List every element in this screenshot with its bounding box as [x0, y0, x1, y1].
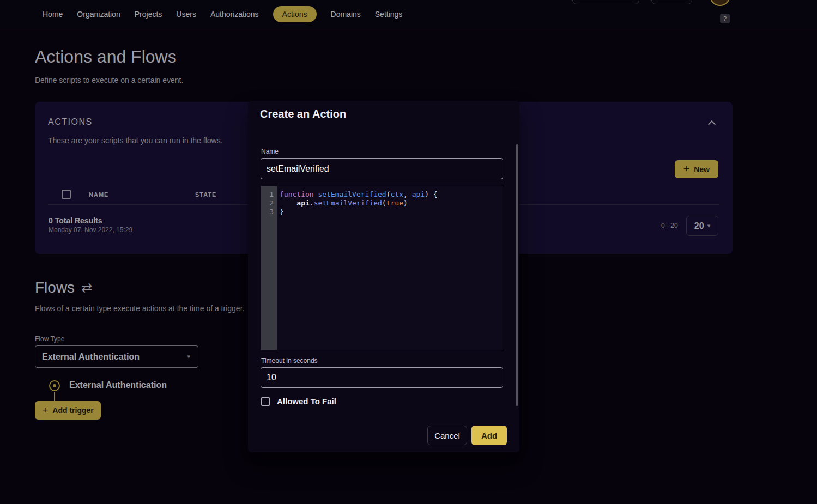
code-lines[interactable]: function setEmailVerified(ctx, api) { ap… — [277, 186, 503, 350]
name-label: Name — [261, 148, 279, 155]
allowed-to-fail-label: Allowed To Fail — [277, 397, 336, 406]
editor-gutter: 123 — [261, 186, 277, 350]
create-action-dialog: Create an Action Name 123 function setEm… — [248, 101, 519, 452]
allowed-to-fail-row: Allowed To Fail — [261, 397, 336, 406]
code-editor[interactable]: 123 function setEmailVerified(ctx, api) … — [261, 186, 503, 350]
cancel-button[interactable]: Cancel — [427, 426, 467, 445]
timeout-label: Timeout in seconds — [261, 357, 318, 365]
add-button[interactable]: Add — [471, 426, 507, 445]
name-input[interactable] — [261, 158, 503, 179]
dialog-title: Create an Action — [260, 108, 346, 120]
modal-scrollbar-thumb[interactable] — [516, 144, 518, 406]
allowed-to-fail-checkbox[interactable] — [261, 397, 270, 406]
timeout-input[interactable] — [261, 367, 503, 388]
